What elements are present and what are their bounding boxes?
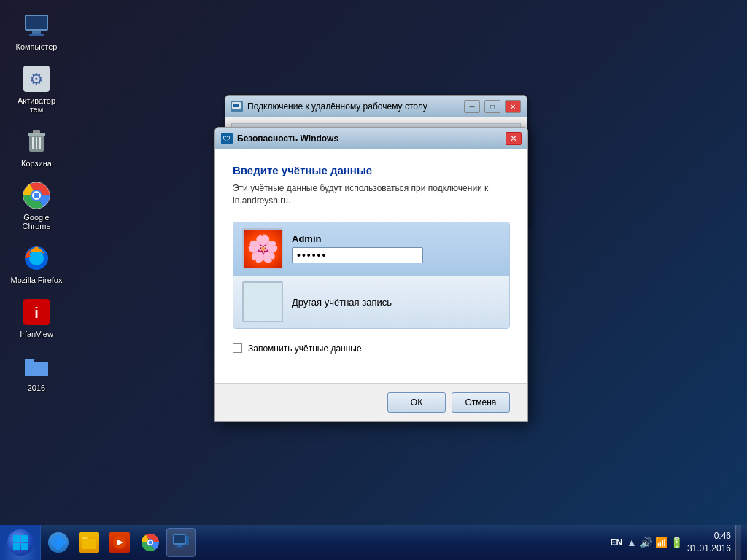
other-avatar-image xyxy=(244,283,282,321)
security-dialog-title: Безопасность Windows xyxy=(237,133,501,144)
admin-account-name: Admin xyxy=(292,233,500,244)
other-account-label: Другая учётная запись xyxy=(292,297,392,308)
desktop-icon-activator[interactable]: ⚙ Активатор тем xyxy=(7,61,66,117)
svg-rect-8 xyxy=(33,130,40,133)
svg-text:i: i xyxy=(34,305,39,321)
start-button[interactable] xyxy=(0,525,41,560)
svg-rect-27 xyxy=(82,539,96,549)
taskbar-app-rdp[interactable] xyxy=(166,528,196,557)
trash-icon-label: Корзина xyxy=(21,159,52,168)
security-close-button[interactable]: ✕ xyxy=(506,132,522,145)
svg-point-17 xyxy=(29,251,44,265)
desktop-icon-computer[interactable]: Компьютер xyxy=(7,7,66,54)
language-button[interactable]: EN xyxy=(610,537,622,548)
firefox-icon-label: Mozilla Firefox xyxy=(11,276,63,284)
time-display: 0:46 xyxy=(687,530,731,542)
admin-account-info: Admin xyxy=(292,233,500,263)
explorer-taskbar-icon xyxy=(79,532,99,553)
rdp-maximize-button[interactable]: □ xyxy=(484,100,500,113)
taskbar-apps xyxy=(41,525,198,560)
remember-checkbox[interactable] xyxy=(233,343,242,353)
security-footer: ОК Отмена xyxy=(215,383,527,421)
activator-icon-label: Активатор тем xyxy=(10,96,63,114)
desktop-icon-chrome[interactable]: Google Chrome xyxy=(7,178,66,233)
svg-marker-38 xyxy=(186,544,189,546)
security-description: Эти учётные данные будут использоваться … xyxy=(233,182,510,207)
folder2016-icon-label: 2016 xyxy=(28,384,45,392)
taskbar: EN ▲ 🔊 📶 🔋 0:46 31.01.2016 xyxy=(0,525,747,560)
account-item-admin[interactable]: Admin xyxy=(233,222,509,276)
taskbar-right: EN ▲ 🔊 📶 🔋 0:46 31.01.2016 xyxy=(604,525,747,560)
network-icon[interactable]: 📶 xyxy=(655,537,667,548)
accounts-section: Admin Другая учётная запись xyxy=(233,222,510,329)
desktop-icons: Компьютер ⚙ Активатор тем xyxy=(7,7,66,395)
desktop: Компьютер ⚙ Активатор тем xyxy=(0,0,747,525)
desktop-icon-firefox[interactable]: Mozilla Firefox xyxy=(7,241,66,287)
svg-point-15 xyxy=(34,192,39,198)
taskbar-app-ie[interactable] xyxy=(44,528,73,557)
security-body: Введите учётные данные Эти учётные данны… xyxy=(215,149,527,383)
chrome-icon-label: Google Chrome xyxy=(10,213,63,230)
svg-text:⚙: ⚙ xyxy=(29,70,44,88)
admin-avatar-image xyxy=(244,230,282,268)
admin-password-input[interactable] xyxy=(292,247,423,263)
security-dialog: 🛡 Безопасность Windows ✕ Введите учётные… xyxy=(214,127,528,422)
admin-avatar xyxy=(242,228,283,269)
taskbar-app-explorer[interactable] xyxy=(74,528,104,557)
desktop-icon-trash[interactable]: Корзина xyxy=(7,124,66,171)
remember-label: Запомнить учётные данные xyxy=(248,343,362,354)
system-tray: ▲ 🔊 📶 🔋 xyxy=(627,537,683,548)
rdp-taskbar-icon xyxy=(171,532,191,553)
security-window-icon: 🛡 xyxy=(221,133,233,144)
irfanview-icon-label: IrfanView xyxy=(20,330,53,338)
start-orb-icon xyxy=(7,529,34,556)
rdp-window-title: Подключение к удалённому рабочему столу xyxy=(247,101,460,112)
rdp-minimize-button[interactable]: ─ xyxy=(464,100,480,113)
svg-rect-1 xyxy=(26,16,47,29)
svg-rect-37 xyxy=(186,536,189,545)
taskbar-app-chrome[interactable] xyxy=(136,528,165,557)
svg-rect-35 xyxy=(177,545,182,547)
security-titlebar: 🛡 Безопасность Windows ✕ xyxy=(215,128,527,149)
show-desktop-button[interactable] xyxy=(735,525,741,560)
rdp-window-icon xyxy=(231,101,243,112)
volume-icon[interactable]: 🔊 xyxy=(640,537,652,548)
account-item-other[interactable]: Другая учётная запись xyxy=(233,276,509,328)
svg-point-32 xyxy=(149,541,152,545)
svg-rect-2 xyxy=(32,31,41,34)
svg-point-26 xyxy=(56,540,61,545)
desktop-icon-irfanview[interactable]: i IrfanView xyxy=(7,295,66,341)
ok-button[interactable]: ОК xyxy=(387,392,446,413)
cancel-button[interactable]: Отмена xyxy=(452,392,510,413)
up-arrow-icon[interactable]: ▲ xyxy=(627,537,637,548)
taskbar-app-media[interactable] xyxy=(105,528,134,557)
svg-rect-20 xyxy=(25,362,48,376)
remember-credentials-area: Запомнить учётные данные xyxy=(233,341,510,357)
svg-rect-3 xyxy=(29,34,44,36)
svg-rect-22 xyxy=(233,104,239,107)
rdp-close-button[interactable]: ✕ xyxy=(505,100,521,113)
svg-rect-34 xyxy=(174,535,185,543)
other-account-info: Другая учётная запись xyxy=(292,295,500,308)
ie-taskbar-icon xyxy=(48,532,69,553)
computer-icon-label: Компьютер xyxy=(16,42,58,51)
battery-icon[interactable]: 🔋 xyxy=(670,537,683,548)
security-heading: Введите учётные данные xyxy=(233,164,510,176)
desktop-icon-2016[interactable]: 2016 xyxy=(7,349,66,395)
media-taskbar-icon xyxy=(109,532,130,553)
other-avatar xyxy=(242,281,283,322)
date-display: 31.01.2016 xyxy=(687,542,731,555)
svg-rect-36 xyxy=(175,547,184,548)
rdp-titlebar: Подключение к удалённому рабочему столу … xyxy=(225,96,527,117)
clock-display[interactable]: 0:46 31.01.2016 xyxy=(687,530,731,555)
chrome-taskbar-icon xyxy=(140,532,160,553)
